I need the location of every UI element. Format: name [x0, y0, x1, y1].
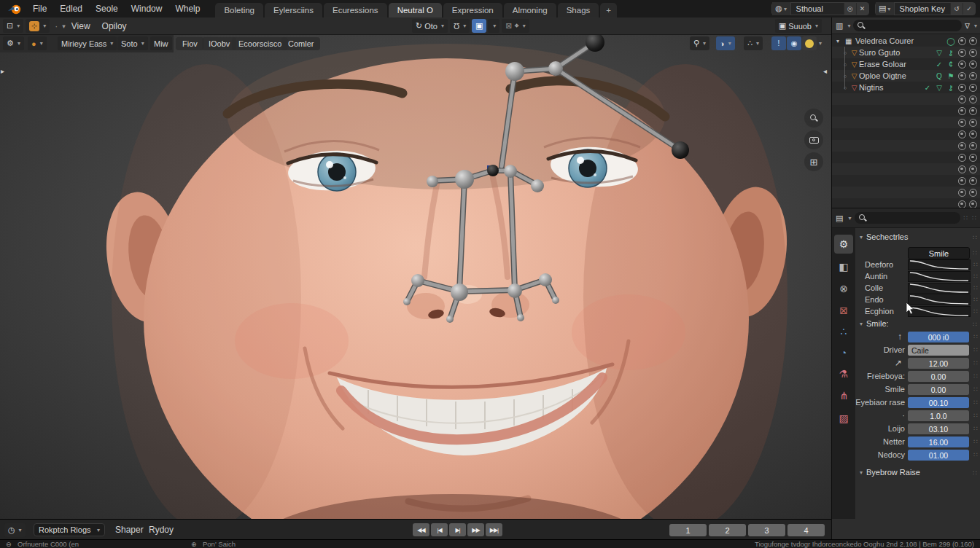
hide-icon[interactable]: [958, 60, 966, 68]
section-shapekeys[interactable]: ▾Sechectrles: [860, 232, 909, 241]
fake-user-icon[interactable]: ✓: [962, 3, 975, 15]
render-visibility-icon[interactable]: [969, 60, 977, 68]
outliner-item-nigtins[interactable]: ○ ▽ Nigtins ✓▽⚷: [832, 82, 980, 93]
unlink-icon[interactable]: ✕: [856, 3, 868, 15]
menu-edit[interactable]: Edled: [53, 0, 89, 17]
menu-scale[interactable]: Seole: [89, 0, 125, 17]
zoom-gizmo[interactable]: [804, 109, 823, 128]
section-smile[interactable]: ▾Smile:: [860, 319, 889, 328]
proportional-edit-button[interactable]: ▣: [472, 19, 486, 33]
jump-to-start-button[interactable]: ◀◀: [413, 523, 429, 536]
scene-name[interactable]: Sthoual: [791, 4, 844, 13]
value-slider[interactable]: 03.10: [908, 423, 969, 434]
value-slider[interactable]: 0.00: [908, 371, 969, 382]
render-visibility-icon[interactable]: [969, 107, 977, 115]
render-visibility-icon[interactable]: [969, 130, 977, 138]
mode-dropdown[interactable]: ⊹▾: [26, 19, 50, 33]
check-icon[interactable]: ✓: [923, 84, 932, 92]
view-layer-selector[interactable]: ▤▾ Shoplen Key ↺ ✓: [875, 2, 976, 15]
proportional-falloff-dropdown[interactable]: ▾: [488, 19, 499, 33]
timeline-editor-dropdown[interactable]: ◷▾: [4, 523, 26, 537]
value-slider[interactable]: 1.0.0: [908, 410, 969, 421]
orientation-dropdown[interactable]: ↻Oto▾: [412, 19, 448, 33]
hide-icon[interactable]: [958, 130, 966, 138]
lasso-icon[interactable]: ↺: [950, 3, 962, 15]
hide-icon[interactable]: [958, 95, 966, 103]
render-visibility-icon[interactable]: [969, 177, 977, 185]
shading-sphere-dropdown[interactable]: ◑▾: [716, 36, 735, 50]
outliner-item-oploe[interactable]: ○ ▽ Oploe Oigtne Q⚑: [832, 70, 980, 82]
q-icon[interactable]: Q: [935, 72, 944, 80]
object-menu[interactable]: Opiloy: [96, 21, 133, 31]
shading-wireframe-button[interactable]: !: [771, 36, 786, 50]
shading-rendered-button[interactable]: [802, 36, 817, 50]
viewport-render[interactable]: [0, 35, 831, 519]
mirror-dropdown[interactable]: Mirieyy Eass▾: [58, 36, 117, 50]
outliner-item-suro[interactable]: ○ ▽ Suro Gguto ▽⚷: [832, 47, 980, 58]
outliner-search-input[interactable]: [853, 20, 962, 31]
hide-icon[interactable]: [958, 37, 966, 45]
hide-icon[interactable]: [958, 154, 966, 162]
value-slider[interactable]: 0.00: [908, 384, 969, 395]
tri-toggle-icon[interactable]: ▽: [935, 49, 944, 57]
value-slider[interactable]: 12.00: [908, 358, 969, 369]
play-button[interactable]: ▶|: [449, 523, 466, 536]
overlays-dropdown[interactable]: ∴▾: [744, 36, 763, 50]
hide-icon[interactable]: [958, 165, 966, 173]
falloff-curve[interactable]: [908, 294, 971, 305]
check-icon[interactable]: ✓: [935, 60, 944, 68]
hide-icon[interactable]: [958, 200, 966, 208]
tab-expression[interactable]: Expression: [443, 3, 502, 17]
next-keyframe-button[interactable]: ▶▶: [467, 523, 484, 536]
flag-icon[interactable]: ⚑: [946, 72, 955, 80]
outliner-item-collection[interactable]: ▾ ▦ Veledrea Courer ◯: [832, 35, 980, 47]
overlay-button-ecoorscisco[interactable]: Ecoorscisco: [232, 37, 288, 50]
tab-almoning[interactable]: Almoning: [504, 3, 556, 17]
properties-editor-icon[interactable]: ▤: [836, 214, 843, 223]
tab-eylersciins[interactable]: Eylersciins: [265, 3, 322, 17]
render-visibility-icon[interactable]: [969, 95, 977, 103]
shaper-menu[interactable]: Shaper: [115, 525, 144, 535]
falloff-dropdown[interactable]: Soto▾: [117, 36, 148, 50]
bone-icon[interactable]: ⚷: [946, 84, 955, 92]
scene-selector[interactable]: ◍▾ Sthoual ◎ ✕: [771, 2, 869, 15]
cent-icon[interactable]: ¢: [946, 60, 955, 68]
snap-with-dropdown[interactable]: ▣Suuob▾: [775, 19, 822, 33]
render-visibility-icon[interactable]: [969, 37, 977, 45]
brush-dropdown[interactable]: ●▾: [28, 36, 47, 50]
value-slider[interactable]: 000 i0: [908, 332, 969, 342]
menu-help[interactable]: Whelp: [168, 0, 206, 17]
value-slider[interactable]: 16.00: [908, 437, 969, 447]
render-visibility-icon[interactable]: [969, 142, 977, 150]
render-visibility-icon[interactable]: [969, 165, 977, 173]
hide-icon[interactable]: [958, 72, 966, 80]
menu-window[interactable]: Window: [125, 0, 169, 17]
overlay-button-fiov[interactable]: Fiov: [176, 37, 204, 50]
hide-icon[interactable]: [958, 142, 966, 150]
render-visibility-icon[interactable]: [969, 154, 977, 162]
tab-shags[interactable]: Shags: [558, 3, 599, 17]
render-visibility-icon[interactable]: [969, 119, 977, 127]
value-slider[interactable]: 00.10: [908, 397, 969, 408]
active-shapekey-button[interactable]: Smile: [908, 247, 970, 259]
hide-icon[interactable]: [958, 189, 966, 197]
prev-keyframe-button[interactable]: |◀: [431, 523, 448, 536]
bone-icon[interactable]: ⚷: [946, 49, 955, 57]
outliner-editor-icon[interactable]: ▥: [836, 21, 843, 31]
add-workspace-button[interactable]: +: [600, 3, 617, 17]
render-visibility-icon[interactable]: [969, 49, 977, 57]
render-visibility-icon[interactable]: [969, 189, 977, 197]
hide-icon[interactable]: [958, 49, 966, 57]
shield-icon[interactable]: ◎: [844, 3, 856, 15]
view-layer-name[interactable]: Shoplen Key: [895, 4, 950, 13]
menu-file[interactable]: File: [26, 0, 53, 17]
overlay-button-comler[interactable]: Comler: [281, 37, 320, 50]
pose-options-dropdown[interactable]: ⚲▾: [690, 36, 709, 50]
frame-button-1[interactable]: 1: [669, 524, 707, 536]
marker-set-dropdown[interactable]: Rokptch Riogs▾: [34, 523, 105, 536]
grid-gizmo[interactable]: ⊞: [804, 152, 823, 171]
frame-button-3[interactable]: 3: [748, 524, 785, 536]
driver-field[interactable]: Caile: [908, 345, 969, 356]
properties-search-input[interactable]: [855, 212, 960, 224]
render-visibility-icon[interactable]: [969, 72, 977, 80]
